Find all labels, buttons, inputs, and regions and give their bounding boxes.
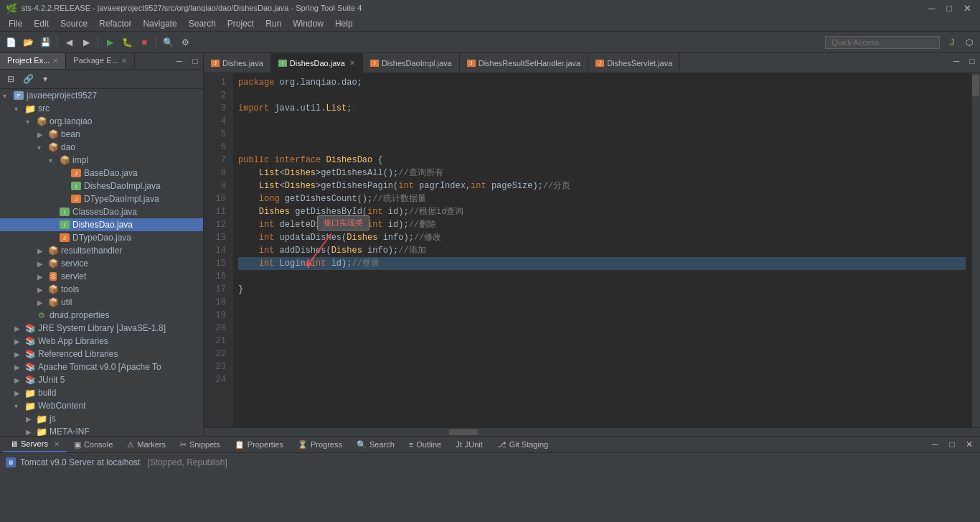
tab-dishesdaoimpl-java[interactable]: J DishesDaoImpl.java <box>363 53 460 73</box>
bottom-tab-close-servers[interactable]: ✕ <box>54 440 60 448</box>
sidebar-collapse-all[interactable]: ⊟ <box>3 71 19 87</box>
bottom-tab-console[interactable]: ▣ Console <box>67 437 120 452</box>
tree-arrow-reflibs[interactable]: ▶ <box>14 350 24 358</box>
tree-arrow-project[interactable]: ▾ <box>3 92 13 100</box>
toolbar-open[interactable]: 📂 <box>20 34 36 50</box>
menu-edit[interactable]: Edit <box>28 17 55 30</box>
maximize-button[interactable]: □ <box>943 3 955 14</box>
quick-access-input[interactable] <box>825 36 940 49</box>
menu-refactor[interactable]: Refactor <box>93 17 137 30</box>
tree-arrow-metainf[interactable]: ▶ <box>26 428 36 436</box>
bottom-panel-maximize[interactable]: □ <box>944 437 960 452</box>
tree-arrow-tools[interactable]: ▶ <box>37 286 47 294</box>
tab-dishesservlet-java[interactable]: J DishesServlet.java <box>588 53 680 73</box>
tree-item-servlet[interactable]: ▶ S servlet <box>0 270 203 283</box>
tree-arrow-build[interactable]: ▶ <box>14 389 24 397</box>
editor-scrollbar-horizontal[interactable] <box>204 427 980 436</box>
tree-item-webcontent[interactable]: ▾ 📁 WebContent <box>0 399 203 412</box>
tree-item-webapplibs[interactable]: ▶ 📚 Web App Libraries <box>0 335 203 348</box>
tree-item-basedao[interactable]: J BaseDao.java <box>0 167 203 180</box>
sidebar-link-editor[interactable]: 🔗 <box>20 71 36 87</box>
tree-arrow-resultsethandler[interactable]: ▶ <box>37 247 47 255</box>
tab-dishesresultsethandler-java[interactable]: J DishesResultSetHandler.java <box>460 53 588 73</box>
close-button[interactable]: ✕ <box>961 3 974 14</box>
tree-item-project[interactable]: ▾ P javaeeproject9527 <box>0 89 203 102</box>
sidebar-tab-package-explorer[interactable]: Package E...✕ <box>66 53 134 69</box>
tree-arrow-webcontent[interactable]: ▾ <box>14 402 24 410</box>
close-package-explorer[interactable]: ✕ <box>121 57 127 65</box>
tab-dishesdao-java[interactable]: I DishesDao.java ✕ <box>271 53 363 73</box>
tree-arrow-junit[interactable]: ▶ <box>14 376 24 384</box>
sidebar-maximize-button[interactable]: □ <box>187 53 203 69</box>
menu-navigate[interactable]: Navigate <box>137 17 182 30</box>
tree-arrow-src[interactable]: ▾ <box>14 105 24 113</box>
tree-item-impl[interactable]: ▾ 📦 impl <box>0 154 203 167</box>
sidebar-tab-project-explorer[interactable]: Project Ex...✕ <box>0 53 66 69</box>
tree-item-js[interactable]: ▶ 📁 js <box>0 412 203 425</box>
toolbar-new[interactable]: 📄 <box>3 34 19 50</box>
code-content[interactable]: package org.lanqiao.dao; import java.uti… <box>232 73 971 427</box>
menu-file[interactable]: File <box>3 17 28 30</box>
bottom-tab-markers[interactable]: ⚠ Markers <box>120 437 173 452</box>
tree-item-druid[interactable]: ⚙ druid.properties <box>0 309 203 322</box>
bottom-panel-minimize[interactable]: ─ <box>927 437 943 452</box>
tree-item-dtypedao[interactable]: J DTypeDao.java <box>0 231 203 244</box>
tree-arrow-util[interactable]: ▶ <box>37 299 47 307</box>
menu-run[interactable]: Run <box>260 17 287 30</box>
bottom-tab-search[interactable]: 🔍 Search <box>349 437 402 452</box>
tree-item-reflibs[interactable]: ▶ 📚 Referenced Libraries <box>0 348 203 360</box>
tree-item-dishesdaoimpl[interactable]: I DishesDaoImpl.java <box>0 180 203 192</box>
toolbar-perspective-debug[interactable]: ⬡ <box>961 34 977 50</box>
bottom-tab-junit[interactable]: Jt JUnit <box>448 437 490 452</box>
tree-item-tools[interactable]: ▶ 📦 tools <box>0 283 203 296</box>
menu-search[interactable]: Search <box>183 17 222 30</box>
tree-arrow-impl[interactable]: ▾ <box>49 157 59 164</box>
toolbar-search[interactable]: 🔍 <box>160 34 176 50</box>
toolbar-settings[interactable]: ⚙ <box>177 34 193 50</box>
tab-dishes-java[interactable]: J Dishes.java <box>204 53 271 73</box>
tree-arrow-dao[interactable]: ▾ <box>37 144 47 152</box>
toolbar-save[interactable]: 💾 <box>37 34 53 50</box>
tree-item-junit[interactable]: ▶ 📚 JUnit 5 <box>0 373 203 386</box>
toolbar-forward[interactable]: ▶ <box>78 34 94 50</box>
bottom-tab-servers[interactable]: 🖥 Servers ✕ <box>3 437 67 452</box>
sidebar-minimize-button[interactable]: ─ <box>171 53 187 69</box>
editor-tabs-maximize[interactable]: □ <box>964 53 980 69</box>
server-item-tomcat[interactable]: 🖥 Tomcat v9.0 Server at localhost [Stopp… <box>6 456 974 469</box>
close-project-explorer[interactable]: ✕ <box>52 57 58 65</box>
tree-arrow-webapplibs[interactable]: ▶ <box>14 337 24 345</box>
tree-item-resultsethandler[interactable]: ▶ 📦 resultsethandler <box>0 244 203 257</box>
tree-arrow-js[interactable]: ▶ <box>26 415 36 423</box>
tree-item-src[interactable]: ▾ 📁 src <box>0 102 203 115</box>
menu-source[interactable]: Source <box>55 17 93 30</box>
tree-item-util[interactable]: ▶ 📦 util <box>0 296 203 309</box>
tree-item-classesdao[interactable]: I ClassesDao.java <box>0 205 203 218</box>
tree-item-service[interactable]: ▶ 📦 service <box>0 257 203 270</box>
tree-arrow-service[interactable]: ▶ <box>37 260 47 268</box>
tree-item-bean[interactable]: ▶ 📦 bean <box>0 128 203 141</box>
tree-item-org-lanqiao[interactable]: ▾ 📦 org.lanqiao <box>0 115 203 128</box>
toolbar-debug[interactable]: 🐛 <box>119 34 135 50</box>
toolbar-back[interactable]: ◀ <box>61 34 77 50</box>
toolbar-stop[interactable]: ■ <box>136 34 152 50</box>
tree-arrow-tomcat[interactable]: ▶ <box>14 363 24 371</box>
menu-project[interactable]: Project <box>222 17 260 30</box>
tab-close-dishesdao[interactable]: ✕ <box>349 59 355 67</box>
bottom-tab-snippets[interactable]: ✂ Snippets <box>173 437 227 452</box>
tree-item-dao[interactable]: ▾ 📦 dao <box>0 141 203 154</box>
bottom-tab-properties[interactable]: 📋 Properties <box>227 437 291 452</box>
tree-item-tomcat[interactable]: ▶ 📚 Apache Tomcat v9.0 [Apache To <box>0 360 203 373</box>
editor-scrollbar-vertical[interactable] <box>971 73 980 427</box>
toolbar-run[interactable]: ▶ <box>102 34 118 50</box>
sidebar-view-menu[interactable]: ▾ <box>37 71 53 87</box>
tree-item-dishesdao[interactable]: I DishesDao.java <box>0 218 203 231</box>
tree-item-dtypedaoimpl[interactable]: J DTypeDaoImpl.java <box>0 192 203 205</box>
editor-tabs-minimize[interactable]: ─ <box>948 53 964 69</box>
tree-item-jre[interactable]: ▶ 📚 JRE System Library [JavaSE-1.8] <box>0 322 203 335</box>
bottom-tab-git-staging[interactable]: ⎇ Git Staging <box>490 437 555 452</box>
tree-arrow-jre[interactable]: ▶ <box>14 325 24 332</box>
bottom-panel-close[interactable]: ✕ <box>961 437 977 452</box>
tree-arrow-org[interactable]: ▾ <box>26 118 36 126</box>
tree-arrow-bean[interactable]: ▶ <box>37 131 47 139</box>
bottom-tab-outline[interactable]: ≡ Outline <box>402 437 448 452</box>
